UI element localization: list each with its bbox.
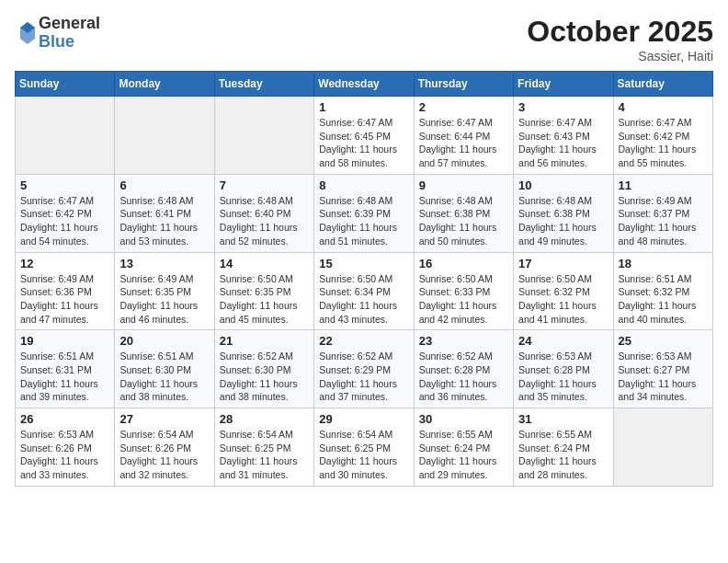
calendar-cell: 27Sunrise: 6:54 AM Sunset: 6:26 PM Dayli… bbox=[115, 408, 214, 487]
day-info: Sunrise: 6:52 AM Sunset: 6:29 PM Dayligh… bbox=[319, 350, 408, 404]
calendar-cell: 6Sunrise: 6:48 AM Sunset: 6:41 PM Daylig… bbox=[115, 174, 214, 252]
day-number: 20 bbox=[119, 334, 209, 348]
calendar-week-5: 26Sunrise: 6:53 AM Sunset: 6:26 PM Dayli… bbox=[16, 408, 713, 487]
day-info: Sunrise: 6:55 AM Sunset: 6:24 PM Dayligh… bbox=[518, 428, 608, 482]
calendar-cell: 26Sunrise: 6:53 AM Sunset: 6:26 PM Dayli… bbox=[16, 408, 115, 487]
calendar-week-4: 19Sunrise: 6:51 AM Sunset: 6:31 PM Dayli… bbox=[16, 330, 713, 408]
day-info: Sunrise: 6:51 AM Sunset: 6:32 PM Dayligh… bbox=[619, 272, 708, 327]
day-info: Sunrise: 6:55 AM Sunset: 6:24 PM Dayligh… bbox=[419, 428, 508, 482]
calendar-cell: 11Sunrise: 6:49 AM Sunset: 6:37 PM Dayli… bbox=[613, 174, 712, 252]
day-number: 8 bbox=[319, 178, 408, 192]
day-number: 31 bbox=[518, 412, 608, 426]
calendar-cell: 29Sunrise: 6:54 AM Sunset: 6:25 PM Dayli… bbox=[314, 408, 414, 487]
calendar-cell: 7Sunrise: 6:48 AM Sunset: 6:40 PM Daylig… bbox=[214, 174, 313, 252]
day-info: Sunrise: 6:48 AM Sunset: 6:39 PM Dayligh… bbox=[319, 194, 408, 248]
calendar-cell: 8Sunrise: 6:48 AM Sunset: 6:39 PM Daylig… bbox=[314, 174, 414, 252]
page-header: General Blue October 2025 Sassier, Haiti bbox=[15, 15, 713, 63]
day-info: Sunrise: 6:47 AM Sunset: 6:42 PM Dayligh… bbox=[619, 116, 708, 170]
day-info: Sunrise: 6:53 AM Sunset: 6:26 PM Dayligh… bbox=[20, 428, 109, 482]
day-number: 3 bbox=[518, 100, 608, 114]
calendar-cell: 21Sunrise: 6:52 AM Sunset: 6:30 PM Dayli… bbox=[214, 330, 313, 408]
day-info: Sunrise: 6:52 AM Sunset: 6:30 PM Dayligh… bbox=[220, 350, 309, 404]
calendar-week-2: 5Sunrise: 6:47 AM Sunset: 6:42 PM Daylig… bbox=[16, 174, 713, 252]
calendar-cell: 3Sunrise: 6:47 AM Sunset: 6:43 PM Daylig… bbox=[514, 97, 613, 175]
day-info: Sunrise: 6:50 AM Sunset: 6:35 PM Dayligh… bbox=[220, 272, 309, 327]
day-number: 27 bbox=[119, 412, 209, 426]
calendar-cell bbox=[16, 97, 115, 175]
day-number: 16 bbox=[419, 257, 508, 270]
day-number: 30 bbox=[419, 412, 508, 426]
day-info: Sunrise: 6:53 AM Sunset: 6:27 PM Dayligh… bbox=[619, 350, 708, 404]
day-number: 23 bbox=[419, 334, 508, 348]
day-info: Sunrise: 6:51 AM Sunset: 6:31 PM Dayligh… bbox=[20, 350, 109, 404]
day-info: Sunrise: 6:47 AM Sunset: 6:42 PM Dayligh… bbox=[20, 194, 109, 248]
day-number: 9 bbox=[419, 178, 508, 192]
calendar-cell: 20Sunrise: 6:51 AM Sunset: 6:30 PM Dayli… bbox=[115, 330, 214, 408]
logo-icon bbox=[18, 20, 37, 46]
calendar-cell: 23Sunrise: 6:52 AM Sunset: 6:28 PM Dayli… bbox=[414, 330, 513, 408]
day-number: 1 bbox=[319, 100, 408, 114]
day-info: Sunrise: 6:50 AM Sunset: 6:34 PM Dayligh… bbox=[319, 272, 408, 327]
day-info: Sunrise: 6:52 AM Sunset: 6:28 PM Dayligh… bbox=[419, 350, 508, 404]
calendar-table: SundayMondayTuesdayWednesdayThursdayFrid… bbox=[15, 71, 713, 487]
calendar-cell bbox=[613, 408, 712, 487]
day-info: Sunrise: 6:54 AM Sunset: 6:26 PM Dayligh… bbox=[119, 428, 209, 482]
calendar-cell: 22Sunrise: 6:52 AM Sunset: 6:29 PM Dayli… bbox=[314, 330, 414, 408]
day-number: 28 bbox=[220, 412, 309, 426]
day-header-wednesday: Wednesday bbox=[314, 72, 414, 97]
day-info: Sunrise: 6:47 AM Sunset: 6:44 PM Dayligh… bbox=[419, 116, 508, 170]
month-title: October 2025 bbox=[527, 15, 713, 49]
day-number: 11 bbox=[619, 178, 708, 192]
calendar-cell: 17Sunrise: 6:50 AM Sunset: 6:32 PM Dayli… bbox=[514, 252, 613, 330]
day-number: 24 bbox=[518, 334, 608, 348]
calendar-cell: 4Sunrise: 6:47 AM Sunset: 6:42 PM Daylig… bbox=[613, 97, 712, 175]
calendar-cell: 2Sunrise: 6:47 AM Sunset: 6:44 PM Daylig… bbox=[414, 97, 513, 175]
day-header-sunday: Sunday bbox=[16, 72, 115, 97]
day-info: Sunrise: 6:54 AM Sunset: 6:25 PM Dayligh… bbox=[220, 428, 309, 482]
day-info: Sunrise: 6:54 AM Sunset: 6:25 PM Dayligh… bbox=[319, 428, 408, 482]
calendar-cell: 28Sunrise: 6:54 AM Sunset: 6:25 PM Dayli… bbox=[214, 408, 313, 487]
logo-text: General Blue bbox=[39, 15, 100, 52]
day-info: Sunrise: 6:49 AM Sunset: 6:36 PM Dayligh… bbox=[20, 272, 109, 327]
day-number: 12 bbox=[20, 257, 109, 270]
logo-blue: Blue bbox=[39, 33, 100, 52]
calendar-cell: 16Sunrise: 6:50 AM Sunset: 6:33 PM Dayli… bbox=[414, 252, 513, 330]
day-number: 18 bbox=[619, 257, 708, 270]
day-number: 21 bbox=[220, 334, 309, 348]
calendar-cell: 30Sunrise: 6:55 AM Sunset: 6:24 PM Dayli… bbox=[414, 408, 513, 487]
calendar-cell: 24Sunrise: 6:53 AM Sunset: 6:28 PM Dayli… bbox=[514, 330, 613, 408]
logo: General Blue bbox=[15, 15, 100, 52]
calendar-cell: 1Sunrise: 6:47 AM Sunset: 6:45 PM Daylig… bbox=[314, 97, 414, 175]
day-info: Sunrise: 6:48 AM Sunset: 6:38 PM Dayligh… bbox=[419, 194, 508, 248]
day-info: Sunrise: 6:50 AM Sunset: 6:33 PM Dayligh… bbox=[419, 272, 508, 327]
calendar-header-row: SundayMondayTuesdayWednesdayThursdayFrid… bbox=[16, 72, 713, 97]
day-info: Sunrise: 6:48 AM Sunset: 6:41 PM Dayligh… bbox=[119, 194, 209, 248]
calendar-cell: 18Sunrise: 6:51 AM Sunset: 6:32 PM Dayli… bbox=[613, 252, 712, 330]
day-info: Sunrise: 6:47 AM Sunset: 6:45 PM Dayligh… bbox=[319, 116, 408, 170]
calendar-week-1: 1Sunrise: 6:47 AM Sunset: 6:45 PM Daylig… bbox=[16, 97, 713, 175]
day-number: 29 bbox=[319, 412, 408, 426]
day-info: Sunrise: 6:49 AM Sunset: 6:37 PM Dayligh… bbox=[619, 194, 708, 248]
day-info: Sunrise: 6:47 AM Sunset: 6:43 PM Dayligh… bbox=[518, 116, 608, 170]
day-number: 14 bbox=[220, 257, 309, 270]
day-info: Sunrise: 6:51 AM Sunset: 6:30 PM Dayligh… bbox=[119, 350, 209, 404]
day-number: 4 bbox=[619, 100, 708, 114]
day-info: Sunrise: 6:49 AM Sunset: 6:35 PM Dayligh… bbox=[119, 272, 209, 327]
logo-general: General bbox=[39, 15, 100, 33]
calendar-cell: 25Sunrise: 6:53 AM Sunset: 6:27 PM Dayli… bbox=[613, 330, 712, 408]
day-info: Sunrise: 6:50 AM Sunset: 6:32 PM Dayligh… bbox=[518, 272, 608, 327]
day-number: 7 bbox=[220, 178, 309, 192]
day-header-tuesday: Tuesday bbox=[214, 72, 313, 97]
day-number: 13 bbox=[119, 257, 209, 270]
calendar-cell: 19Sunrise: 6:51 AM Sunset: 6:31 PM Dayli… bbox=[16, 330, 115, 408]
calendar-cell: 31Sunrise: 6:55 AM Sunset: 6:24 PM Dayli… bbox=[514, 408, 613, 487]
day-info: Sunrise: 6:48 AM Sunset: 6:40 PM Dayligh… bbox=[220, 194, 309, 248]
day-header-saturday: Saturday bbox=[613, 72, 712, 97]
calendar-cell: 12Sunrise: 6:49 AM Sunset: 6:36 PM Dayli… bbox=[16, 252, 115, 330]
day-header-friday: Friday bbox=[514, 72, 613, 97]
day-number: 2 bbox=[419, 100, 508, 114]
day-number: 22 bbox=[319, 334, 408, 348]
day-header-thursday: Thursday bbox=[414, 72, 513, 97]
calendar-cell: 14Sunrise: 6:50 AM Sunset: 6:35 PM Dayli… bbox=[214, 252, 313, 330]
calendar-cell: 10Sunrise: 6:48 AM Sunset: 6:38 PM Dayli… bbox=[514, 174, 613, 252]
